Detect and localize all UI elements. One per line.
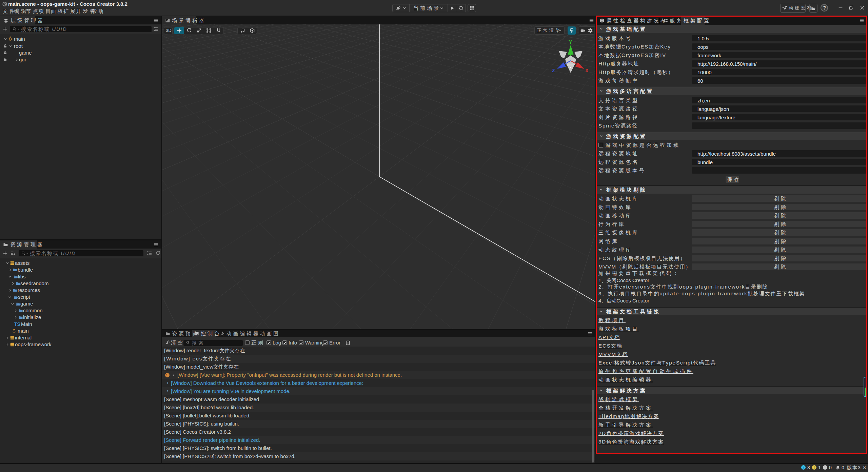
svg-text:X: X xyxy=(585,68,589,73)
svg-text:Y: Y xyxy=(569,39,572,45)
svg-text:Z: Z xyxy=(552,68,555,73)
